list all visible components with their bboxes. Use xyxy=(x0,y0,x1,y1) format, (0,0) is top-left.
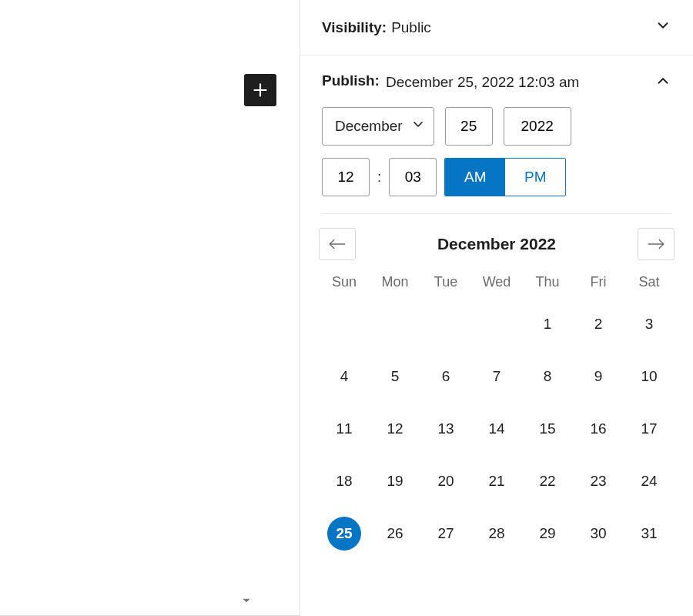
calendar-day[interactable]: 17 xyxy=(624,410,675,447)
visibility-label: Visibility: xyxy=(322,19,387,36)
plus-icon xyxy=(250,80,270,100)
chevron-down-icon xyxy=(654,17,671,38)
arrow-left-icon xyxy=(326,236,348,252)
calendar-dow: Fri xyxy=(573,274,624,290)
calendar-dow: Mon xyxy=(370,274,420,290)
calendar-dow: Tue xyxy=(420,274,471,290)
day-input[interactable] xyxy=(445,107,493,146)
calendar-day[interactable]: 19 xyxy=(370,463,420,500)
calendar-dow: Sat xyxy=(624,274,675,290)
calendar-day[interactable]: 6 xyxy=(420,358,471,395)
calendar-day[interactable]: 26 xyxy=(370,515,420,552)
arrow-right-icon xyxy=(645,236,667,252)
calendar-day[interactable]: 30 xyxy=(573,515,624,552)
calendar-empty-cell xyxy=(370,306,420,343)
calendar-day[interactable]: 5 xyxy=(370,358,420,395)
calendar-day[interactable]: 2 xyxy=(573,306,624,343)
publish-label: Publish: xyxy=(322,72,380,89)
prev-month-button[interactable] xyxy=(319,228,356,260)
calendar-day[interactable]: 23 xyxy=(573,463,624,500)
calendar-day[interactable]: 4 xyxy=(319,358,370,395)
publish-panel-toggle[interactable]: Publish: December 25, 2022 12:03 am xyxy=(300,55,693,107)
month-select[interactable]: December xyxy=(322,107,434,146)
add-block-button[interactable] xyxy=(244,74,276,106)
calendar-empty-cell xyxy=(420,306,471,343)
calendar-day[interactable]: 27 xyxy=(420,515,471,552)
calendar-day[interactable]: 21 xyxy=(471,463,522,500)
calendar-dow: Thu xyxy=(522,274,573,290)
am-button[interactable]: AM xyxy=(445,159,505,196)
calendar-day[interactable]: 10 xyxy=(624,358,675,395)
calendar-empty-cell xyxy=(471,306,522,343)
settings-sidebar: Visibility: Public Publish: December 25,… xyxy=(300,0,693,616)
editor-canvas-area xyxy=(0,0,300,616)
hour-input[interactable] xyxy=(322,158,370,196)
calendar-day[interactable]: 31 xyxy=(624,515,675,552)
pm-button[interactable]: PM xyxy=(505,159,565,196)
month-select-value: December xyxy=(335,118,403,135)
calendar: December 2022 SunMonTueWedThuFriSat12345… xyxy=(300,214,693,552)
calendar-day[interactable]: 7 xyxy=(471,358,522,395)
visibility-value: Public xyxy=(391,19,431,36)
calendar-day[interactable]: 14 xyxy=(471,410,522,447)
calendar-day[interactable]: 3 xyxy=(624,306,675,343)
calendar-day[interactable]: 24 xyxy=(624,463,675,500)
calendar-day[interactable]: 28 xyxy=(471,515,522,552)
visibility-panel-toggle[interactable]: Visibility: Public xyxy=(300,0,693,55)
datetime-controls: December : AM PM xyxy=(300,107,693,209)
calendar-day[interactable]: 18 xyxy=(319,463,370,500)
year-input[interactable] xyxy=(504,107,571,146)
calendar-header: December 2022 xyxy=(319,228,675,260)
caret-down-icon xyxy=(239,594,253,608)
calendar-day[interactable]: 22 xyxy=(522,463,573,500)
calendar-day[interactable]: 1 xyxy=(522,306,573,343)
calendar-dow: Sun xyxy=(319,274,370,290)
calendar-day[interactable]: 20 xyxy=(420,463,471,500)
calendar-day[interactable]: 29 xyxy=(522,515,573,552)
next-month-button[interactable] xyxy=(638,228,675,260)
calendar-empty-cell xyxy=(319,306,370,343)
calendar-day[interactable]: 11 xyxy=(319,410,370,447)
publish-value: December 25, 2022 12:03 am xyxy=(386,72,579,92)
calendar-day[interactable]: 12 xyxy=(370,410,420,447)
chevron-up-icon xyxy=(654,72,671,93)
chevron-down-icon xyxy=(410,117,426,136)
calendar-day[interactable]: 9 xyxy=(573,358,624,395)
ampm-toggle-group: AM PM xyxy=(444,158,566,196)
calendar-day[interactable]: 13 xyxy=(420,410,471,447)
calendar-day[interactable]: 16 xyxy=(573,410,624,447)
minute-input[interactable] xyxy=(389,158,437,196)
time-colon: : xyxy=(377,169,381,186)
calendar-day[interactable]: 8 xyxy=(522,358,573,395)
calendar-day[interactable]: 15 xyxy=(522,410,573,447)
calendar-title: December 2022 xyxy=(437,235,556,253)
footer-caret-button[interactable] xyxy=(239,594,253,611)
calendar-dow: Wed xyxy=(471,274,522,290)
calendar-grid: SunMonTueWedThuFriSat1234567891011121314… xyxy=(319,274,675,552)
calendar-day[interactable]: 25 xyxy=(319,515,370,552)
